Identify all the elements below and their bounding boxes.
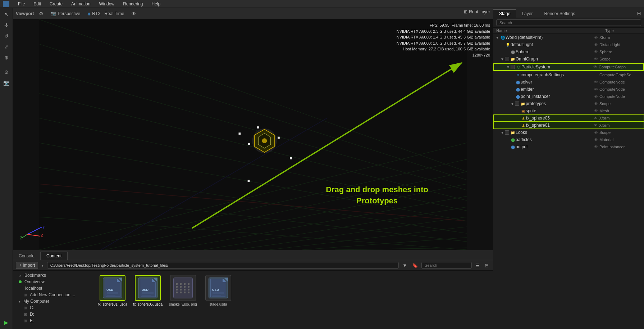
visibility-checkbox[interactable] (505, 57, 509, 61)
dot (188, 283, 189, 285)
menu-help[interactable]: Help (150, 1, 162, 7)
menu-edit[interactable]: Edit (32, 1, 42, 7)
file-label: smoke_wisp. png (169, 302, 197, 306)
expand-toggle[interactable]: ▼ (500, 57, 505, 62)
stage-tree-row[interactable]: ♟fx_sphere05👁Xform (493, 114, 644, 122)
dot (184, 283, 186, 285)
bookmark-icon[interactable]: 🔖 (411, 262, 419, 269)
universal-tool-btn[interactable]: ⊕ (1, 53, 12, 63)
node-name: particles (516, 137, 592, 142)
tab-content[interactable]: Content (40, 252, 68, 260)
stage-tree-row[interactable]: ▼📁prototypes👁Scope (493, 100, 644, 107)
stage-tree-row[interactable]: ⬤solver👁ComputeNode (493, 78, 644, 86)
visibility-toggle[interactable]: 👁 (592, 123, 599, 127)
file-item[interactable]: USD fx_sphere05. usda (132, 275, 164, 306)
visibility-toggle[interactable]: 👁 (592, 35, 599, 40)
node-type-label: DistantLight (599, 42, 643, 47)
rotate-tool-btn[interactable]: ↺ (1, 31, 12, 41)
visibility-checkbox[interactable] (505, 130, 509, 135)
drag-drop-instruction: Drag and drop meshes into Prototypes (326, 184, 428, 207)
camera-mode-btn[interactable]: 📷 Perspective (49, 10, 82, 17)
svg-rect-27 (248, 180, 250, 182)
tab-render-settings[interactable]: Render Settings (538, 9, 581, 18)
visibility-checkbox[interactable] (511, 65, 515, 69)
visibility-toggle[interactable]: 👁 (592, 80, 599, 84)
visibility-toggle[interactable]: 👁 (592, 42, 599, 47)
menu-rendering[interactable]: Rendering (122, 1, 144, 7)
stage-tree-row[interactable]: ⬤emitter👁ComputeNode (493, 86, 644, 93)
list-view-icon[interactable]: ☰ (474, 262, 481, 269)
visibility-toggle[interactable]: 👁 (592, 145, 599, 149)
play-btn[interactable]: ▶ (1, 317, 12, 328)
expand-toggle[interactable]: ▼ (506, 64, 511, 69)
expand-toggle[interactable]: ▼ (500, 130, 505, 135)
scale-tool-btn[interactable]: ⤢ (1, 42, 12, 52)
root-layer-badge[interactable]: ⊞ Root Layer (464, 9, 490, 14)
stage-tree-row[interactable]: ⚙computegraphSettingsComputeGraphSe... (493, 71, 644, 78)
sidebar-item[interactable]: ⊞C: (13, 305, 92, 311)
tab-layer[interactable]: Layer (516, 9, 538, 18)
visibility-checkbox[interactable] (515, 102, 519, 106)
node-type-icon: ⚙ (515, 72, 521, 78)
stage-tree-row[interactable]: ▼📁OmniGraph👁Scope (493, 55, 644, 63)
menu-create[interactable]: Create (48, 1, 64, 7)
menu-window[interactable]: Window (97, 1, 116, 7)
visibility-toggle[interactable]: 👁 (592, 138, 599, 142)
menu-animation[interactable]: Animation (70, 1, 92, 7)
sidebar-item[interactable]: Omniverse (13, 279, 92, 285)
focus-btn[interactable]: ⊙ (1, 67, 12, 77)
sidebar-item[interactable]: localhost (13, 285, 92, 292)
visibility-toggle[interactable]: 👁 (592, 94, 599, 99)
move-tool-btn[interactable]: ✛ (1, 20, 12, 30)
visibility-toggle[interactable]: 👁 (592, 102, 599, 106)
visibility-toggle[interactable]: 👁 (592, 116, 599, 120)
stage-tree-row[interactable]: 💡defaultLight👁DistantLight (493, 41, 644, 48)
node-name: Looks (516, 130, 592, 135)
stage-tree-row[interactable]: ⬤output👁PointInstancer (493, 143, 644, 150)
file-item[interactable]: smoke_wisp. png (167, 275, 199, 306)
stage-tree-row[interactable]: ⬤particles👁Material (493, 136, 644, 143)
visibility-toggle[interactable]: 👁 (592, 130, 599, 135)
svg-text:Z: Z (20, 236, 22, 240)
stage-tree-row[interactable]: ▼⬡ParticleSystem👁ComputeGraph (493, 63, 644, 71)
visibility-toggle[interactable]: 👁 (592, 65, 599, 69)
sidebar-item[interactable]: ▷Bookmarks (13, 272, 92, 279)
stage-tree-row[interactable]: ♟fx_sphere01👁Xform (493, 122, 644, 129)
file-item[interactable]: USD stage.usda (202, 275, 234, 306)
visibility-toggle[interactable]: 👁 (592, 109, 599, 113)
visibility-toggle[interactable]: 👁 (592, 87, 599, 91)
visibility-toggle[interactable]: 👁 (592, 50, 599, 54)
sidebar-item[interactable]: ⊞Add New Connection ... (13, 292, 92, 298)
stage-tree-row[interactable]: ▼🌐World (defaultPrim)👁Xform (493, 34, 644, 41)
filter-icon[interactable]: ▼ (401, 262, 408, 269)
tab-stage[interactable]: Stage (493, 9, 516, 18)
rtx-mode-btn[interactable]: ◈ RTX - Real-Time (85, 10, 126, 17)
tab-console[interactable]: Console (13, 252, 40, 260)
stage-filter-icon[interactable]: ⊟ (634, 9, 644, 18)
visibility-toggle[interactable]: 👁 (592, 57, 599, 61)
eye-btn[interactable]: 👁 (129, 10, 138, 17)
stage-tree-row[interactable]: ⬤Sphere👁Sphere (493, 48, 644, 55)
stage-tree-row[interactable]: ⬤point_instancer👁ComputeNode (493, 93, 644, 100)
sidebar-item[interactable]: ▾My Computer (13, 298, 92, 305)
import-button[interactable]: + Import (16, 262, 38, 269)
filter-btn[interactable]: ⊟ (483, 262, 490, 269)
expand-toggle[interactable]: ▼ (495, 35, 500, 40)
online-indicator (19, 280, 22, 283)
camera-btn[interactable]: 📷 (1, 78, 12, 88)
sidebar-item[interactable]: ⊞D: (13, 311, 92, 317)
expand-toggle[interactable]: ▼ (510, 101, 515, 106)
stage-search-input[interactable] (496, 19, 641, 26)
node-name: computegraphSettings (521, 72, 592, 77)
file-item[interactable]: USD fx_sphere01. usda (96, 275, 129, 306)
stage-tree-row[interactable]: ▼📁Looks👁Scope (493, 129, 644, 136)
stage-tree-row[interactable]: ▣sprite👁Mesh (493, 107, 644, 114)
settings-btn[interactable]: ⚙ (37, 10, 46, 18)
content-search-input[interactable] (421, 262, 472, 269)
path-input[interactable] (47, 262, 399, 269)
sidebar-item[interactable]: ⊞E: (13, 317, 92, 324)
select-tool-btn[interactable]: ↖ (1, 9, 12, 19)
dot (180, 283, 182, 285)
menu-file[interactable]: File (17, 1, 26, 7)
back-btn[interactable]: ‹ (40, 262, 45, 269)
